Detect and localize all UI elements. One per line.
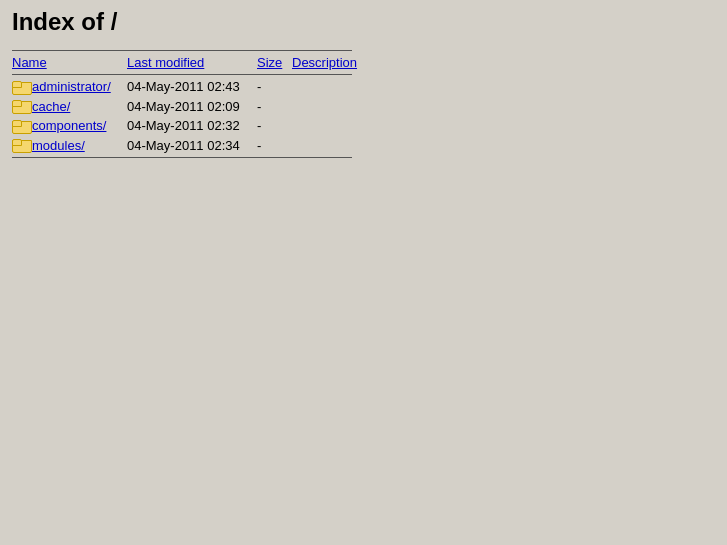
description-sort-link[interactable]: Description (292, 55, 357, 70)
file-description-cell (292, 116, 372, 136)
file-name-cell: cache/ (12, 97, 127, 117)
file-name-cell: components/ (12, 116, 127, 136)
file-listing-table: Name Last modified Size Description admi… (12, 48, 372, 160)
file-modified-cell: 04-May-2011 02:32 (127, 116, 257, 136)
file-size-cell: - (257, 77, 292, 97)
file-link[interactable]: administrator/ (32, 79, 111, 94)
bottom-divider (12, 157, 352, 158)
modified-sort-link[interactable]: Last modified (127, 55, 204, 70)
file-name-cell: modules/ (12, 136, 127, 156)
header-divider (12, 74, 352, 75)
name-sort-link[interactable]: Name (12, 55, 47, 70)
file-description-cell (292, 77, 372, 97)
file-description-cell (292, 136, 372, 156)
col-header-name[interactable]: Name (12, 53, 127, 72)
file-modified-cell: 04-May-2011 02:43 (127, 77, 257, 97)
size-sort-link[interactable]: Size (257, 55, 282, 70)
col-header-modified[interactable]: Last modified (127, 53, 257, 72)
col-header-size[interactable]: Size (257, 53, 292, 72)
file-size-cell: - (257, 136, 292, 156)
file-link[interactable]: modules/ (32, 138, 85, 153)
top-divider (12, 50, 352, 51)
file-modified-cell: 04-May-2011 02:34 (127, 136, 257, 156)
table-row: administrator/04-May-2011 02:43- (12, 77, 372, 97)
table-row: cache/04-May-2011 02:09- (12, 97, 372, 117)
file-size-cell: - (257, 116, 292, 136)
folder-icon (12, 100, 30, 114)
folder-icon (12, 139, 30, 153)
file-link[interactable]: cache/ (32, 99, 70, 114)
file-description-cell (292, 97, 372, 117)
page-title: Index of / (12, 8, 715, 36)
table-row: components/04-May-2011 02:32- (12, 116, 372, 136)
col-header-description[interactable]: Description (292, 53, 372, 72)
folder-icon (12, 120, 30, 134)
table-row: modules/04-May-2011 02:34- (12, 136, 372, 156)
file-name-cell: administrator/ (12, 77, 127, 97)
file-size-cell: - (257, 97, 292, 117)
file-modified-cell: 04-May-2011 02:09 (127, 97, 257, 117)
folder-icon (12, 81, 30, 95)
file-link[interactable]: components/ (32, 118, 106, 133)
